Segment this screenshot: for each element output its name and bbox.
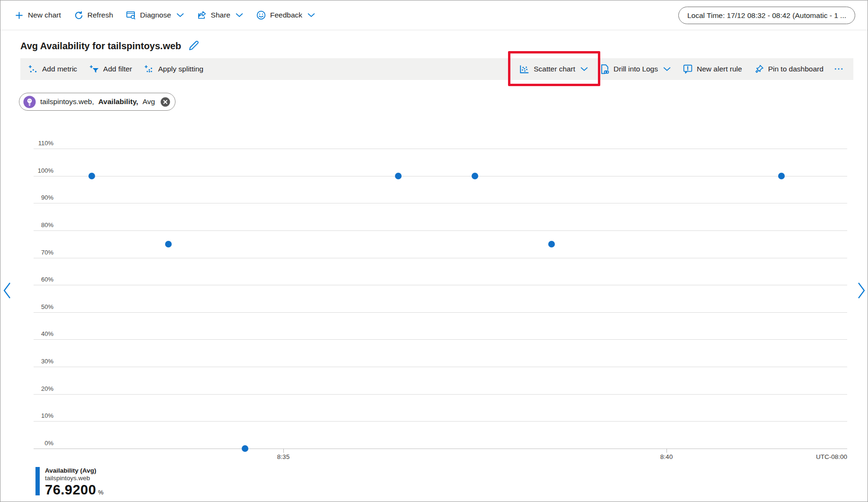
y-axis-tick-label: 30% xyxy=(34,358,53,366)
next-chart-chevron[interactable] xyxy=(857,282,866,299)
y-axis-tick-label: 70% xyxy=(34,249,53,257)
data-point[interactable] xyxy=(548,241,555,247)
y-axis-tick-label: 50% xyxy=(34,303,53,312)
gridline xyxy=(34,421,847,422)
gridline xyxy=(34,203,847,203)
gridline xyxy=(34,449,847,449)
gridline xyxy=(34,258,847,258)
legend-series-label: Availability (Avg) xyxy=(45,467,104,474)
x-axis-tick xyxy=(283,449,284,453)
y-axis-tick-label: 20% xyxy=(34,385,53,394)
gridline xyxy=(34,230,847,231)
y-axis-tick-label: 40% xyxy=(34,330,53,339)
timezone-label: UTC-08:00 xyxy=(776,453,847,460)
data-point[interactable] xyxy=(88,173,95,179)
x-axis-tick xyxy=(666,449,667,453)
previous-chart-chevron[interactable] xyxy=(2,282,12,299)
y-axis-tick-label: 110% xyxy=(34,140,53,148)
x-axis-tick-label: 8:35 xyxy=(264,453,302,460)
legend-value: 76.9200 xyxy=(45,482,96,498)
gridline xyxy=(34,339,847,340)
chart-legend[interactable]: Availability (Avg) tailspintoys.web 76.9… xyxy=(35,467,104,498)
y-axis-tick-label: 0% xyxy=(34,440,53,448)
scatter-chart-plot: UTC-08:00 110%100%90%80%70%60%50%40%30%2… xyxy=(0,0,868,502)
legend-color-bar xyxy=(35,467,40,495)
legend-resource: tailspintoys.web xyxy=(45,475,104,482)
gridline xyxy=(34,312,847,313)
data-point[interactable] xyxy=(395,173,402,179)
gridline xyxy=(34,285,847,285)
y-axis-tick-label: 90% xyxy=(34,194,53,203)
legend-unit: % xyxy=(98,489,104,496)
y-axis-tick-label: 10% xyxy=(34,412,53,421)
metrics-explorer-window: New chart Refresh Diagnose Share xyxy=(0,0,868,502)
gridline xyxy=(34,367,847,367)
data-point[interactable] xyxy=(778,173,785,179)
y-axis-tick-label: 100% xyxy=(34,167,53,176)
data-point[interactable] xyxy=(165,241,172,247)
data-point[interactable] xyxy=(242,445,248,452)
data-point[interactable] xyxy=(472,173,478,179)
y-axis-tick-label: 60% xyxy=(34,276,53,284)
y-axis-tick-label: 80% xyxy=(34,221,53,230)
gridline xyxy=(34,394,847,395)
gridline xyxy=(34,176,847,176)
gridline xyxy=(34,149,847,149)
x-axis-tick-label: 8:40 xyxy=(648,453,685,460)
